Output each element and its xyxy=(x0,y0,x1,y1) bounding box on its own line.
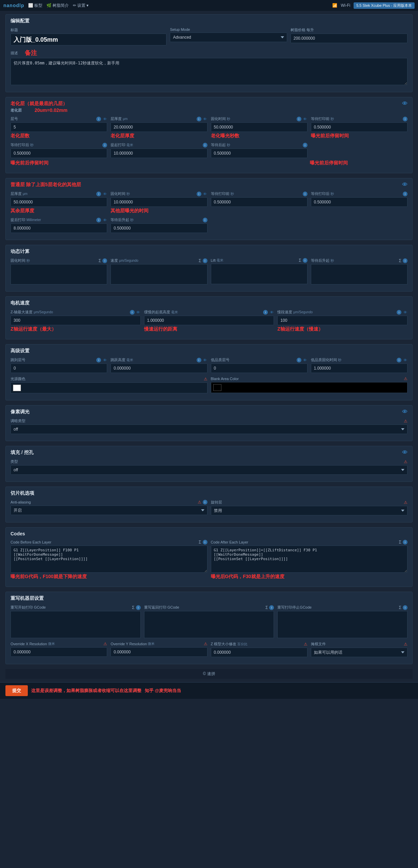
normal-cure-time-input[interactable] xyxy=(111,197,207,207)
blank-area-color-picker[interactable] xyxy=(211,382,408,393)
aging-wait-after-info-icon[interactable]: i xyxy=(102,143,107,147)
normal-cure-time-eye-icon[interactable]: 👁 xyxy=(203,192,207,196)
normal-thickness-info-icon[interactable]: i xyxy=(96,192,101,196)
z-max-speed-input[interactable] xyxy=(11,316,141,325)
dc-wait-up-info-icon[interactable]: i xyxy=(403,258,407,263)
aging-wait-after-input[interactable] xyxy=(11,149,107,158)
normal-lift-info-icon[interactable]: i xyxy=(96,218,101,222)
light-color-picker[interactable] xyxy=(11,382,207,393)
anti-aliasing-info-icon[interactable]: i xyxy=(203,500,207,505)
aging-cure-time-input[interactable] xyxy=(211,122,307,132)
z-max-speed-info-icon[interactable]: i xyxy=(130,310,135,315)
advanced-color-row: 光源颜色 ⚠ Blank Area Color ⚠ xyxy=(11,376,407,393)
normal-wait-up-input[interactable] xyxy=(111,223,207,233)
low-quality-cure-input[interactable] xyxy=(311,363,407,373)
codes-title: Codes xyxy=(11,531,25,536)
skip-height-info-icon[interactable]: i xyxy=(197,358,201,362)
skip-layer-info-icon[interactable]: i xyxy=(96,358,101,362)
mask-file-select[interactable]: 如果可以用的话 xyxy=(311,648,407,657)
low-quality-layer-info-icon[interactable]: i xyxy=(297,358,301,362)
downscale-select[interactable]: 禁用 启用 xyxy=(211,506,408,515)
override-y-input[interactable] xyxy=(111,647,207,657)
aging-layer-num-input[interactable] xyxy=(11,122,107,132)
normal-layer-eye-icon[interactable]: 👁 xyxy=(402,182,407,188)
nav-board[interactable]: ⬜ 板型 xyxy=(28,3,42,8)
low-quality-layer-input[interactable] xyxy=(211,363,307,373)
desc-textarea[interactable]: 切片厚度0.05mm，建议曝光时间8-12秒速度软化，新手用 xyxy=(11,58,407,85)
slow-speed-info-icon[interactable]: i xyxy=(397,310,401,315)
code-before-textarea[interactable]: G1 Z[[LayerPosition]] F100 P1 [[WaitForD… xyxy=(11,546,207,573)
return-gcode-info-icon[interactable]: i xyxy=(269,605,274,610)
price-input[interactable] xyxy=(291,34,407,43)
normal-wait-up-info-icon[interactable]: i xyxy=(203,218,207,222)
low-quality-cure-eye-icon[interactable]: 👁 xyxy=(403,358,407,362)
pixel-dimming-eye-icon[interactable]: 👁 xyxy=(402,409,407,415)
nav-resin[interactable]: 🌿 树脂简介 xyxy=(46,3,69,8)
dc-cure-time-sigma-icon[interactable]: Σ xyxy=(99,258,101,263)
aging-cure-time-eye-icon[interactable]: 👁 xyxy=(303,117,307,121)
dc-lift-sigma-icon[interactable]: Σ xyxy=(299,258,301,263)
stop-gcode-info-icon[interactable]: i xyxy=(403,605,407,610)
anti-aliasing-select[interactable]: 开启 关闭 xyxy=(11,506,207,515)
setup-mode-select[interactable]: Advanced Basic Custom xyxy=(170,33,287,42)
start-gcode-sigma-icon[interactable]: Σ xyxy=(132,605,134,610)
slow-height-info-icon[interactable]: i xyxy=(263,310,268,315)
light-color-box[interactable] xyxy=(13,384,21,391)
submit-button[interactable]: 提交 xyxy=(5,685,28,696)
aging-thickness-eye-icon[interactable]: 👁 xyxy=(203,117,207,121)
start-gcode-info-icon[interactable]: i xyxy=(136,605,141,610)
normal-wait-after-info-icon[interactable]: i xyxy=(403,192,407,196)
skip-layer-eye-icon[interactable]: 👁 xyxy=(102,358,107,362)
aging-eye-icon[interactable]: 👁 xyxy=(402,101,407,107)
code-after-info-icon[interactable]: i xyxy=(403,540,407,545)
normal-lift-eye-icon[interactable]: 👁 xyxy=(102,218,107,222)
aging-wait-before-input[interactable] xyxy=(311,122,407,132)
slow-height-eye-icon[interactable]: 👁 xyxy=(269,310,274,315)
blank-area-color-box[interactable] xyxy=(213,384,221,391)
aging-wait-after2-info-icon[interactable]: i xyxy=(303,143,307,147)
nav-settings[interactable]: ✏ 设置 ▾ xyxy=(73,3,88,8)
stop-gcode-sigma-icon[interactable]: Σ xyxy=(399,605,401,610)
aging-cure-time-info-icon[interactable]: i xyxy=(297,117,301,121)
fill-hollow-eye-icon[interactable]: 👁 xyxy=(402,450,407,456)
normal-wait-after-input[interactable] xyxy=(311,197,407,207)
aging-wait-before-info-icon[interactable]: i xyxy=(403,117,407,121)
code-after-sigma-icon[interactable]: Σ xyxy=(399,540,401,545)
dc-wait-up-sigma-icon[interactable]: Σ xyxy=(399,258,401,263)
code-after-textarea[interactable]: G1 Z[[LayerPosition]]+[[ZLiftDistance]] … xyxy=(211,546,408,573)
normal-wait-before-input[interactable] xyxy=(211,197,307,207)
dc-cure-time-info-icon[interactable]: i xyxy=(102,258,107,263)
dc-speed-info-icon[interactable]: i xyxy=(203,258,207,263)
aging-lift-input[interactable] xyxy=(111,149,207,158)
override-x-input[interactable] xyxy=(11,647,107,657)
code-before-sigma-icon[interactable]: Σ xyxy=(199,540,201,545)
skip-height-eye-icon[interactable]: 👁 xyxy=(203,358,207,362)
low-quality-cure-info-icon[interactable]: i xyxy=(397,358,401,362)
return-gcode-sigma-icon[interactable]: Σ xyxy=(265,605,268,610)
aging-wait-after2-input[interactable] xyxy=(211,149,307,158)
slow-speed-input[interactable] xyxy=(277,316,407,325)
normal-thickness-eye-icon[interactable]: 👁 xyxy=(102,192,107,196)
z-max-speed-eye-icon[interactable]: 👁 xyxy=(136,310,141,315)
aging-layer-num-eye-icon[interactable]: 👁 xyxy=(102,117,107,121)
title-input[interactable] xyxy=(11,34,166,45)
pixel-dimming-type-select[interactable]: off on xyxy=(11,425,407,434)
skip-layer-input[interactable] xyxy=(11,363,107,373)
aging-layer-num-info-icon[interactable]: i xyxy=(96,117,101,121)
aging-thickness-info-icon[interactable]: i xyxy=(197,117,201,121)
normal-lift-input[interactable] xyxy=(11,223,107,233)
dc-lift-info-icon[interactable]: i xyxy=(303,258,307,263)
dc-speed-sigma-icon[interactable]: Σ xyxy=(199,258,201,263)
skip-height-input[interactable] xyxy=(111,363,207,373)
normal-cure-time-info-icon[interactable]: i xyxy=(197,192,201,196)
code-before-info-icon[interactable]: i xyxy=(203,540,207,545)
aging-lift-info-icon[interactable]: i xyxy=(203,143,207,147)
aging-thickness-input[interactable] xyxy=(111,122,207,132)
z-scale-input[interactable] xyxy=(211,648,307,657)
slow-height-input[interactable] xyxy=(144,316,274,325)
fill-hollow-type-select[interactable]: off on xyxy=(11,465,407,475)
normal-thickness-input[interactable] xyxy=(11,197,107,207)
normal-wait-before-info-icon[interactable]: i xyxy=(303,192,307,196)
slow-speed-eye-icon[interactable]: 👁 xyxy=(403,310,407,315)
low-quality-layer-eye-icon[interactable]: 👁 xyxy=(303,358,307,362)
